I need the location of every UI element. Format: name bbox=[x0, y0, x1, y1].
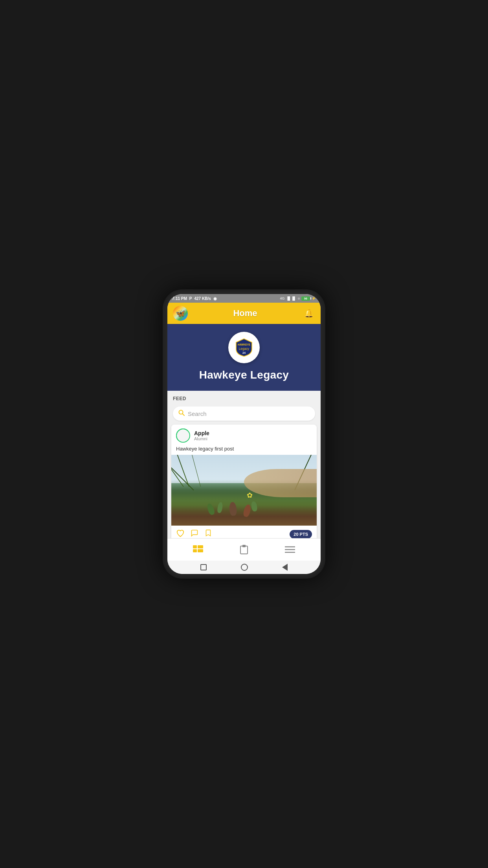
svg-text:Legacy: Legacy bbox=[239, 347, 250, 351]
app-logo-circle: HAWKEYE Legacy 24 bbox=[228, 332, 260, 363]
search-container: Search bbox=[167, 404, 321, 425]
feed-section[interactable]: FEED Search bbox=[167, 391, 321, 538]
flower-icon: ✿ bbox=[247, 492, 253, 499]
points-badge: 20 PTS bbox=[290, 530, 312, 539]
post-author-row: Apple Alumni bbox=[171, 425, 317, 446]
back-button[interactable] bbox=[282, 564, 288, 571]
svg-rect-10 bbox=[242, 545, 246, 547]
notification-bell-button[interactable]: 🔔 bbox=[303, 307, 315, 320]
user-avatar[interactable]: 🦋 bbox=[173, 306, 188, 321]
post-image: ✿ bbox=[171, 455, 317, 526]
charging-icon: ⚡ bbox=[312, 296, 316, 300]
bookmark-button[interactable] bbox=[204, 529, 212, 538]
hero-section: HAWKEYE Legacy 24 Hawkeye Legacy bbox=[167, 324, 321, 391]
home-button[interactable] bbox=[241, 564, 248, 571]
author-name: Apple bbox=[194, 430, 209, 436]
svg-text:HAWKEYE: HAWKEYE bbox=[238, 343, 250, 346]
search-input[interactable]: Search bbox=[188, 410, 310, 417]
android-nav-bar bbox=[167, 561, 321, 574]
search-bar[interactable]: Search bbox=[173, 406, 315, 421]
recent-apps-button[interactable] bbox=[200, 564, 207, 570]
author-role: Alumni bbox=[194, 436, 209, 441]
author-avatar bbox=[176, 428, 190, 443]
phone-screen: 7:11 PM P 427 KB/s ◉ 4G ▐▌▐▌ ⌾ 96 ⚡ 🦋 Ho… bbox=[167, 294, 321, 574]
data-speed: 427 KB/s bbox=[194, 296, 211, 301]
svg-rect-5 bbox=[193, 545, 197, 548]
vpn-icon: ◉ bbox=[213, 296, 217, 301]
time-display: 7:11 PM bbox=[172, 296, 187, 301]
phone-frame: 7:11 PM P 427 KB/s ◉ 4G ▐▌▐▌ ⌾ 96 ⚡ 🦋 Ho… bbox=[163, 289, 325, 579]
author-info: Apple Alumni bbox=[194, 430, 209, 441]
post-actions: 20 PTS bbox=[171, 526, 317, 538]
post-image-scene: ✿ bbox=[171, 455, 317, 526]
status-bar: 7:11 PM P 427 KB/s ◉ 4G ▐▌▐▌ ⌾ 96 ⚡ bbox=[167, 294, 321, 303]
app-name-title: Hawkeye Legacy bbox=[199, 369, 289, 381]
wifi-icon: ⌾ bbox=[298, 296, 300, 300]
app-header: 🦋 Home 🔔 bbox=[167, 303, 321, 324]
feed-nav-button[interactable] bbox=[190, 542, 206, 557]
app-logo-inner: HAWKEYE Legacy 24 bbox=[231, 335, 257, 360]
search-icon bbox=[178, 410, 185, 417]
post-text: Hawkeye legacy first post bbox=[171, 446, 317, 455]
menu-nav-button[interactable] bbox=[282, 542, 298, 557]
status-left: 7:11 PM P 427 KB/s ◉ bbox=[172, 296, 217, 301]
p-icon: P bbox=[189, 296, 192, 301]
hawkeye-logo-svg: HAWKEYE Legacy 24 bbox=[234, 338, 254, 357]
bottom-nav bbox=[167, 538, 321, 561]
post-card: Apple Alumni Hawkeye legacy first post bbox=[171, 425, 317, 538]
clipboard-nav-button[interactable] bbox=[236, 542, 252, 557]
like-button[interactable] bbox=[176, 529, 185, 538]
svg-rect-8 bbox=[198, 549, 203, 552]
status-right: 4G ▐▌▐▌ ⌾ 96 ⚡ bbox=[280, 296, 316, 301]
battery-indicator: 96 bbox=[301, 296, 310, 301]
svg-text:24: 24 bbox=[242, 351, 246, 355]
svg-rect-6 bbox=[198, 545, 203, 548]
signal-bars-1: ▐▌▐▌ bbox=[286, 296, 296, 300]
feed-header: FEED bbox=[167, 391, 321, 404]
network-type: 4G bbox=[280, 296, 284, 300]
comment-button[interactable] bbox=[190, 529, 199, 538]
svg-line-4 bbox=[183, 414, 185, 416]
feed-label: FEED bbox=[173, 396, 186, 401]
svg-rect-7 bbox=[193, 549, 197, 552]
page-title: Home bbox=[233, 308, 257, 318]
